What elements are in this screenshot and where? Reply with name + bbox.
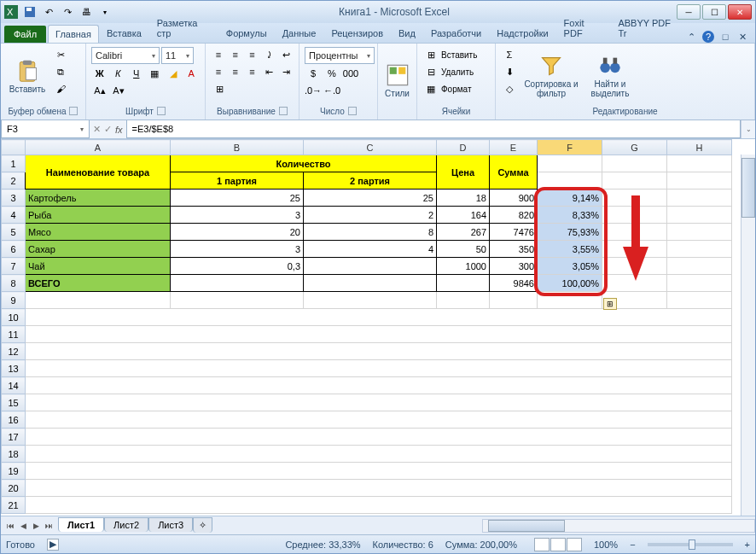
paste-button[interactable]: Вставить	[6, 47, 49, 105]
new-sheet-tab[interactable]: ✧	[193, 517, 212, 533]
font-color-icon[interactable]: A	[183, 66, 201, 81]
table-cell[interactable]: ВСЕГО	[26, 275, 171, 292]
tab-home[interactable]: Главная	[48, 25, 99, 43]
dialog-launcher-icon[interactable]	[69, 107, 78, 115]
row-header[interactable]: 11	[2, 326, 26, 343]
merge-cells-icon[interactable]: ⊞	[211, 81, 228, 96]
name-box[interactable]: F3▾	[1, 120, 90, 138]
table-cell[interactable]: 3	[171, 241, 304, 258]
table-cell[interactable]: Сахар	[26, 241, 171, 258]
table-cell[interactable]: 75,93%	[538, 224, 602, 241]
zoom-slider[interactable]	[648, 543, 733, 546]
table-cell[interactable]: 25	[171, 190, 304, 207]
row-header[interactable]: 9	[2, 292, 26, 309]
table-cell[interactable]: 50	[437, 241, 490, 258]
close-button[interactable]: ✕	[728, 4, 752, 20]
col-header[interactable]: F	[538, 140, 602, 155]
formula-input[interactable]: =E3/$E$8	[126, 120, 741, 138]
cut-icon[interactable]: ✂	[52, 47, 69, 62]
increase-decimal-icon[interactable]: .0→	[305, 83, 322, 98]
enter-formula-icon[interactable]: ✓	[104, 124, 112, 135]
increase-indent-icon[interactable]: ⇥	[278, 64, 294, 79]
table-cell[interactable]: 2	[304, 207, 437, 224]
table-header[interactable]: 1 партия	[171, 172, 304, 190]
styles-button[interactable]: Стили	[383, 47, 411, 114]
italic-button[interactable]: К	[110, 66, 127, 81]
insert-cells-button[interactable]: ⊞Вставить	[422, 47, 490, 62]
col-header[interactable]: H	[667, 140, 732, 155]
dialog-launcher-icon[interactable]	[157, 107, 166, 115]
row-header[interactable]: 6	[2, 241, 26, 258]
orientation-icon[interactable]: ⤸	[261, 47, 276, 62]
row-header[interactable]: 2	[2, 172, 26, 190]
table-cell[interactable]: 7476	[490, 224, 538, 241]
table-cell[interactable]: 9,14%	[538, 190, 602, 207]
dialog-launcher-icon[interactable]	[348, 107, 357, 115]
table-cell[interactable]: 164	[437, 207, 490, 224]
help-icon[interactable]: ?	[702, 31, 714, 43]
table-cell[interactable]: Рыба	[26, 207, 171, 224]
col-header[interactable]: C	[304, 140, 437, 155]
table-cell[interactable]: 18	[437, 190, 490, 207]
find-select-button[interactable]: Найти и выделить	[584, 47, 636, 105]
macro-record-icon[interactable]: ▶	[47, 539, 59, 551]
table-header[interactable]: Наименование товара	[26, 155, 171, 190]
fx-icon[interactable]: fx	[115, 125, 123, 135]
underline-button[interactable]: Ч	[128, 66, 145, 81]
table-cell[interactable]: 350	[490, 241, 538, 258]
row-header[interactable]: 7	[2, 258, 26, 275]
fill-color-icon[interactable]: ◢	[165, 66, 182, 81]
table-header[interactable]: 2 партия	[304, 172, 437, 190]
table-cell[interactable]: Картофель	[26, 190, 171, 207]
first-sheet-icon[interactable]: ⏮	[4, 520, 16, 532]
tab-developer[interactable]: Разработчи	[423, 24, 489, 43]
tab-view[interactable]: Вид	[391, 24, 423, 43]
autosum-icon[interactable]: Σ	[501, 47, 518, 62]
tab-data[interactable]: Данные	[275, 24, 324, 43]
format-painter-icon[interactable]: 🖌	[52, 81, 69, 96]
wrap-text-icon[interactable]: ↩	[278, 47, 294, 62]
row-header[interactable]: 8	[2, 275, 26, 292]
tab-file[interactable]: Файл	[4, 26, 46, 43]
font-name-combo[interactable]: Calibri▾	[91, 47, 160, 64]
zoom-out-button[interactable]: −	[630, 539, 635, 550]
next-sheet-icon[interactable]: ▶	[30, 520, 42, 532]
horizontal-scrollbar[interactable]	[482, 519, 755, 533]
row-header[interactable]: 10	[2, 309, 26, 326]
copy-icon[interactable]: ⧉	[52, 64, 69, 79]
table-cell[interactable]: Чай	[26, 258, 171, 275]
table-cell[interactable]: 3,55%	[538, 241, 602, 258]
row-header[interactable]: 14	[2, 377, 26, 394]
row-header[interactable]: 12	[2, 343, 26, 360]
col-header[interactable]: G	[602, 140, 667, 155]
align-right-icon[interactable]: ≡	[245, 64, 260, 79]
table-header[interactable]: Цена	[437, 155, 490, 190]
border-icon[interactable]: ▦	[147, 66, 164, 81]
normal-view-icon[interactable]	[534, 538, 550, 551]
table-cell[interactable]: 900	[490, 190, 538, 207]
row-header[interactable]: 15	[2, 394, 26, 411]
row-header[interactable]: 20	[2, 480, 26, 497]
autofill-options-icon[interactable]: ⊞	[603, 298, 617, 310]
print-preview-icon[interactable]: 🖶	[79, 5, 93, 19]
percent-format-icon[interactable]: %	[323, 66, 340, 81]
row-header[interactable]: 13	[2, 360, 26, 377]
table-cell[interactable]: 300	[490, 258, 538, 275]
table-cell[interactable]: 820	[490, 207, 538, 224]
page-break-view-icon[interactable]	[567, 538, 582, 551]
align-left-icon[interactable]: ≡	[211, 64, 226, 79]
tab-insert[interactable]: Вставка	[99, 24, 149, 43]
table-header[interactable]: Сумма	[490, 155, 538, 190]
tab-pagelayout[interactable]: Разметка стр	[149, 14, 218, 43]
qat-more-icon[interactable]: ▾	[98, 5, 112, 19]
page-layout-view-icon[interactable]	[550, 538, 566, 551]
table-cell[interactable]: 267	[437, 224, 490, 241]
tab-review[interactable]: Рецензиров	[323, 24, 391, 43]
align-center-icon[interactable]: ≡	[228, 64, 243, 79]
minimize-ribbon-icon[interactable]: ⌃	[685, 31, 697, 43]
col-header[interactable]: D	[437, 140, 490, 155]
row-header[interactable]: 21	[2, 497, 26, 514]
tab-abbyy[interactable]: ABBYY PDF Tr	[610, 14, 685, 43]
table-cell[interactable]: 20	[171, 224, 304, 241]
cancel-formula-icon[interactable]: ✕	[93, 124, 101, 135]
